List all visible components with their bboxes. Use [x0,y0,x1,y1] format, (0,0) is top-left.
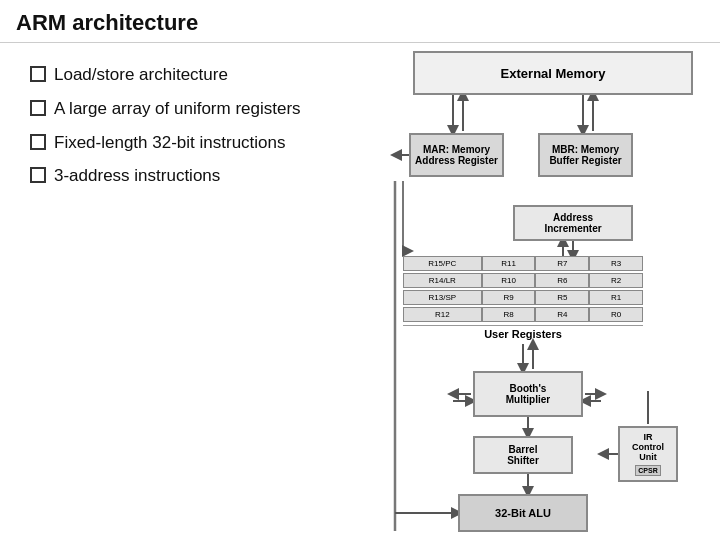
reg-cell: R7 [535,256,589,271]
mar-box: MAR: MemoryAddress Register [409,133,504,177]
barrel-label: BarrelShifter [507,444,539,466]
reg-cell: R10 [482,273,536,288]
checkbox-icon [30,167,46,183]
user-registers-container: R15/PC R11 R7 R3 R14/LR R10 R6 R2 R13/SP… [403,256,643,340]
reg-cell: R15/PC [403,256,482,271]
page-container: ARM architecture Load/store architecture… [0,0,720,540]
address-incrementer-box: AddressIncrementer [513,205,633,241]
list-item: Load/store architecture [30,63,340,87]
reg-cell: R0 [589,307,643,322]
list-item: A large array of uniform registers [30,97,340,121]
mbr-box: MBR: MemoryBuffer Register [538,133,633,177]
external-memory-box: External Memory [413,51,693,95]
left-panel: Load/store architecture A large array of… [0,43,360,537]
ir-control-unit-box: IR ControlUnit CPSR [618,426,678,482]
reg-cell: R13/SP [403,290,482,305]
reg-cell: R3 [589,256,643,271]
content: Load/store architecture A large array of… [0,43,720,537]
page-title: ARM architecture [16,10,704,36]
register-row: R13/SP R9 R5 R1 [403,290,643,305]
register-row: R14/LR R10 R6 R2 [403,273,643,288]
alu-label: 32-Bit ALU [495,507,551,519]
reg-cell: R8 [482,307,536,322]
ir-label: IR [644,432,653,442]
reg-cell: R9 [482,290,536,305]
control-unit-label: ControlUnit [632,442,664,462]
bullet-text: Load/store architecture [54,63,340,87]
mar-label: MAR: MemoryAddress Register [415,144,498,166]
reg-cell: R2 [589,273,643,288]
alu-box: 32-Bit ALU [458,494,588,532]
reg-cell: R12 [403,307,482,322]
right-panel: External Memory MAR: MemoryAddress Regis… [360,43,720,537]
reg-cell: R11 [482,256,536,271]
booth-label: Booth'sMultiplier [506,383,550,405]
reg-cell: R14/LR [403,273,482,288]
reg-cell: R4 [535,307,589,322]
addr-inc-label: AddressIncrementer [544,212,601,234]
list-item: 3-address instructions [30,164,340,188]
barrel-shifter-box: BarrelShifter [473,436,573,474]
checkbox-icon [30,100,46,116]
reg-cell: R5 [535,290,589,305]
user-registers-label: User Registers [403,325,643,340]
reg-cell: R1 [589,290,643,305]
cpsr-box: CPSR [635,465,660,476]
register-row: R12 R8 R4 R0 [403,307,643,322]
header: ARM architecture [0,0,720,43]
bullet-text: Fixed-length 32-bit instructions [54,131,340,155]
checkbox-icon [30,134,46,150]
mbr-label: MBR: MemoryBuffer Register [549,144,621,166]
booths-multiplier-box: Booth'sMultiplier [473,371,583,417]
bullet-text: 3-address instructions [54,164,340,188]
reg-cell: R6 [535,273,589,288]
architecture-diagram: External Memory MAR: MemoryAddress Regis… [383,51,693,540]
register-row: R15/PC R11 R7 R3 [403,256,643,271]
bullet-text: A large array of uniform registers [54,97,340,121]
checkbox-icon [30,66,46,82]
list-item: Fixed-length 32-bit instructions [30,131,340,155]
